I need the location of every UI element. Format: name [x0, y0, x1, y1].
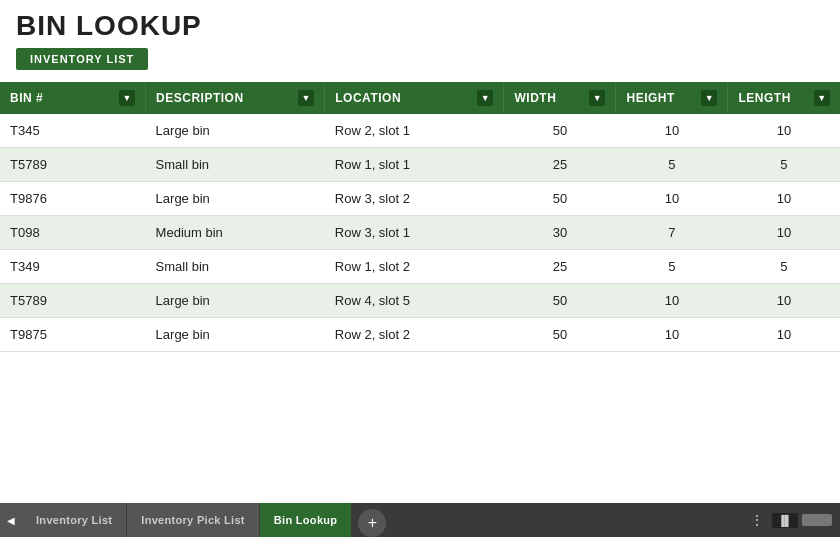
inventory-list-button[interactable]: INVENTORY LIST [16, 48, 148, 70]
tab-inventory-list[interactable]: Inventory List [22, 503, 127, 537]
table-row[interactable]: T9876Large binRow 3, slot 2501010 [0, 182, 840, 216]
dropdown-arrow-bin[interactable]: ▼ [119, 90, 135, 106]
cell-bin: T5789 [0, 284, 146, 318]
page-title: BIN LOOKUP [16, 10, 824, 42]
cell-height: 10 [616, 284, 728, 318]
cell-height: 10 [616, 182, 728, 216]
cell-bin: T098 [0, 216, 146, 250]
cell-length: 10 [728, 284, 840, 318]
header: BIN LOOKUP INVENTORY LIST [0, 0, 840, 74]
cell-width: 50 [504, 182, 616, 216]
tab-inventory-pick-list[interactable]: Inventory Pick List [127, 503, 260, 537]
scroll-handle[interactable] [802, 514, 832, 526]
cell-length: 10 [728, 216, 840, 250]
add-tab-button[interactable]: + [358, 509, 386, 537]
cell-bin: T5789 [0, 148, 146, 182]
bottom-right-controls: ⋮ ▐▌ [742, 512, 840, 528]
cell-location: Row 2, slot 2 [325, 318, 504, 352]
cell-description: Large bin [146, 182, 325, 216]
cell-description: Large bin [146, 284, 325, 318]
cell-width: 50 [504, 284, 616, 318]
cell-description: Small bin [146, 148, 325, 182]
cell-height: 7 [616, 216, 728, 250]
cell-location: Row 2, slot 1 [325, 114, 504, 148]
cell-bin: T345 [0, 114, 146, 148]
dropdown-arrow-length[interactable]: ▼ [814, 90, 830, 106]
cell-location: Row 1, slot 1 [325, 148, 504, 182]
bottom-bar: ◀ Inventory ListInventory Pick ListBin L… [0, 503, 840, 537]
column-header-description[interactable]: DESCRIPTION▼ [146, 82, 325, 114]
cell-length: 10 [728, 318, 840, 352]
zoom-indicator: ▐▌ [772, 513, 798, 528]
cell-length: 10 [728, 182, 840, 216]
dropdown-arrow-width[interactable]: ▼ [589, 90, 605, 106]
more-options-button[interactable]: ⋮ [742, 512, 772, 528]
dropdown-arrow-height[interactable]: ▼ [701, 90, 717, 106]
cell-description: Large bin [146, 114, 325, 148]
cell-description: Medium bin [146, 216, 325, 250]
table-row[interactable]: T345Large binRow 2, slot 1501010 [0, 114, 840, 148]
table-row[interactable]: T9875Large binRow 2, slot 2501010 [0, 318, 840, 352]
cell-bin: T9876 [0, 182, 146, 216]
cell-location: Row 1, slot 2 [325, 250, 504, 284]
cell-length: 5 [728, 148, 840, 182]
cell-bin: T9875 [0, 318, 146, 352]
tabs-row: Inventory ListInventory Pick ListBin Loo… [22, 503, 742, 537]
cell-width: 50 [504, 318, 616, 352]
cell-height: 5 [616, 250, 728, 284]
cell-description: Large bin [146, 318, 325, 352]
table-row[interactable]: T098Medium binRow 3, slot 130710 [0, 216, 840, 250]
cell-bin: T349 [0, 250, 146, 284]
cell-height: 10 [616, 318, 728, 352]
table-row[interactable]: T5789Large binRow 4, slot 5501010 [0, 284, 840, 318]
cell-location: Row 3, slot 1 [325, 216, 504, 250]
cell-location: Row 4, slot 5 [325, 284, 504, 318]
cell-width: 50 [504, 114, 616, 148]
cell-location: Row 3, slot 2 [325, 182, 504, 216]
cell-width: 25 [504, 148, 616, 182]
cell-description: Small bin [146, 250, 325, 284]
cell-height: 5 [616, 148, 728, 182]
cell-length: 5 [728, 250, 840, 284]
cell-length: 10 [728, 114, 840, 148]
scroll-left-button[interactable]: ◀ [0, 503, 22, 537]
table-container: BIN #▼DESCRIPTION▼LOCATION▼WIDTH▼HEIGHT▼… [0, 82, 840, 512]
dropdown-arrow-location[interactable]: ▼ [477, 90, 493, 106]
column-header-length[interactable]: LENGTH▼ [728, 82, 840, 114]
cell-width: 30 [504, 216, 616, 250]
column-header-width[interactable]: WIDTH▼ [504, 82, 616, 114]
table-row[interactable]: T5789Small binRow 1, slot 12555 [0, 148, 840, 182]
tab-bin-lookup[interactable]: Bin Lookup [260, 503, 353, 537]
dropdown-arrow-description[interactable]: ▼ [298, 90, 314, 106]
cell-width: 25 [504, 250, 616, 284]
cell-height: 10 [616, 114, 728, 148]
column-header-height[interactable]: HEIGHT▼ [616, 82, 728, 114]
bin-lookup-table: BIN #▼DESCRIPTION▼LOCATION▼WIDTH▼HEIGHT▼… [0, 82, 840, 352]
column-header-bin[interactable]: BIN #▼ [0, 82, 146, 114]
column-header-location[interactable]: LOCATION▼ [325, 82, 504, 114]
table-row[interactable]: T349Small binRow 1, slot 22555 [0, 250, 840, 284]
